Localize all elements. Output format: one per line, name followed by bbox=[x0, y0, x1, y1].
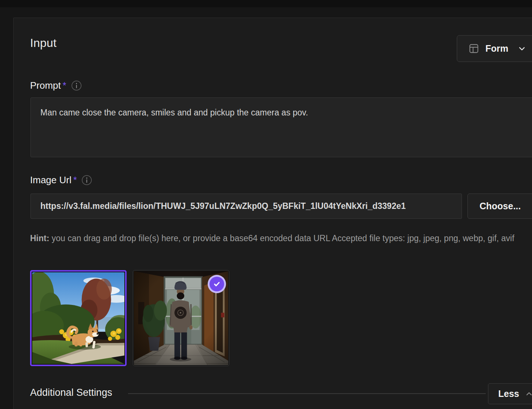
thumbnail-gallery bbox=[30, 270, 229, 366]
selected-check-badge bbox=[209, 277, 224, 291]
less-toggle-button[interactable]: Less bbox=[488, 383, 532, 404]
info-icon[interactable] bbox=[71, 80, 82, 91]
info-icon[interactable] bbox=[81, 175, 92, 185]
dog-garden-image bbox=[32, 272, 124, 364]
thumbnail-dog-garden[interactable] bbox=[30, 270, 127, 366]
less-label: Less bbox=[498, 388, 519, 399]
chevron-down-icon bbox=[517, 44, 526, 53]
top-window-edge bbox=[0, 0, 532, 7]
view-switcher-label: Form bbox=[485, 43, 509, 54]
view-switcher-button[interactable]: Form bbox=[457, 35, 532, 62]
chevron-up-icon bbox=[525, 390, 532, 398]
section-divider bbox=[128, 393, 486, 394]
image-url-label-row: Image Url * bbox=[30, 174, 92, 187]
image-url-label: Image Url bbox=[30, 174, 72, 186]
layout-form-icon bbox=[469, 44, 479, 54]
drop-hint: Hint: you can drag and drop file(s) here… bbox=[30, 232, 524, 245]
hint-prefix: Hint: bbox=[30, 233, 49, 243]
prompt-input[interactable]: Man came close the camera, smiles and an… bbox=[30, 97, 532, 157]
prompt-label-row: Prompt * bbox=[30, 79, 82, 92]
choose-file-button[interactable]: Choose... bbox=[467, 194, 532, 219]
thumbnail-man-hallway[interactable] bbox=[133, 270, 229, 366]
image-url-input[interactable] bbox=[30, 194, 462, 219]
required-marker: * bbox=[63, 79, 66, 92]
required-marker: * bbox=[73, 174, 77, 187]
additional-settings-title: Additional Settings bbox=[30, 387, 112, 398]
check-icon bbox=[212, 280, 221, 288]
hint-text: you can drag and drop file(s) here, or p… bbox=[49, 233, 514, 243]
page-title: Input bbox=[30, 36, 57, 50]
prompt-label: Prompt bbox=[30, 80, 61, 91]
